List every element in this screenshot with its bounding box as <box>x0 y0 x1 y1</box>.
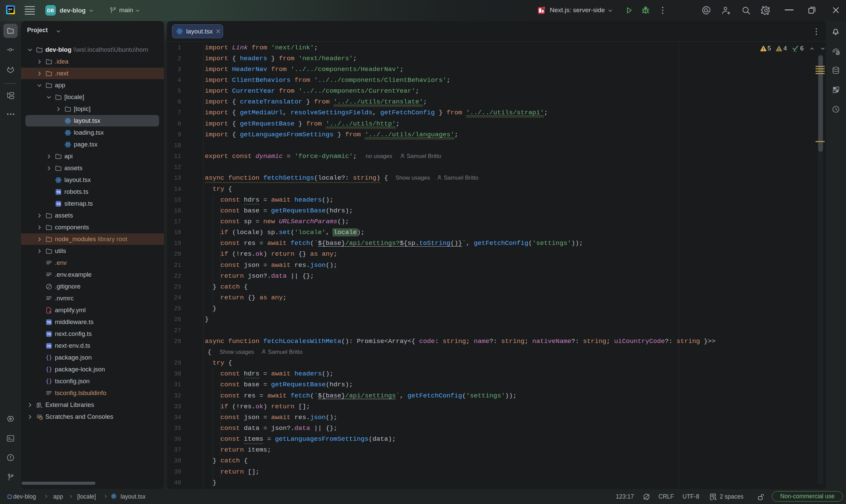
svg-text:TS: TS <box>47 344 51 348</box>
svg-text:TS: TS <box>56 191 61 194</box>
svg-text:WS: WS <box>8 8 12 11</box>
svg-text:TS: TS <box>47 332 51 336</box>
svg-text:TS: TS <box>56 202 61 206</box>
svg-text:TS: TS <box>47 321 51 324</box>
svg-text:Y: Y <box>49 310 51 313</box>
